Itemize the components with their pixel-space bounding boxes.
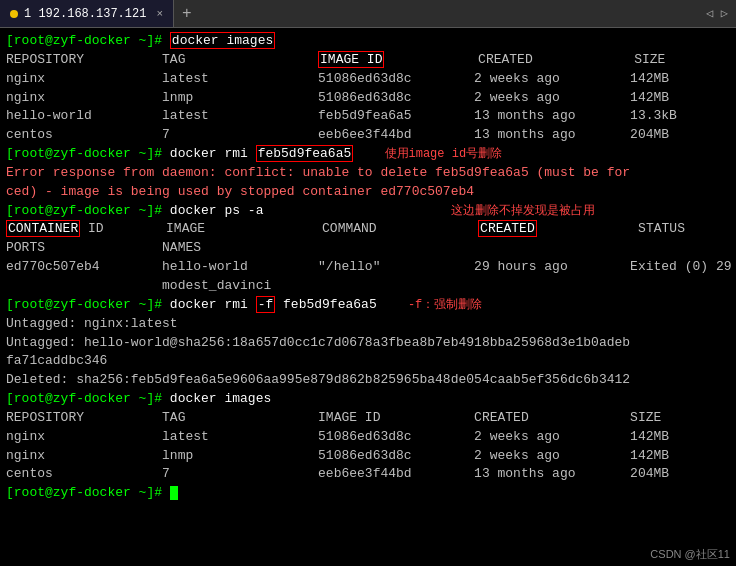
image-id-highlight: feb5d9fea6a5 <box>256 145 354 162</box>
terminal-body: [root@zyf-docker ~]# docker images REPOS… <box>0 28 736 566</box>
output-line: Untagged: nginx:latest <box>6 315 730 334</box>
tab-bar: 1 192.168.137.121 × + ◁ ▷ <box>0 0 736 28</box>
table-row: centos 7 eeb6ee3f44bd 13 months ago 204M… <box>6 126 730 145</box>
tab-title: 1 192.168.137.121 <box>24 7 146 21</box>
nav-arrows[interactable]: ◁ ▷ <box>706 6 736 21</box>
imageid-header: IMAGE ID <box>318 51 384 68</box>
table-row: centos 7 eeb6ee3f44bd 13 months ago 204M… <box>6 465 730 484</box>
table-row: nginx lnmp 51086ed63d8c 2 weeks ago 142M… <box>6 89 730 108</box>
terminal-line: [root@zyf-docker ~]# docker rmi -f feb5d… <box>6 296 730 315</box>
error-line: ced) - image is being used by stopped co… <box>6 183 730 202</box>
error-line: Error response from daemon: conflict: un… <box>6 164 730 183</box>
annotation-text: 使用image id号删除 <box>385 147 503 161</box>
created-header: CREATED <box>478 220 537 237</box>
terminal-line: [root@zyf-docker ~]# docker images <box>6 32 730 51</box>
terminal-line: [root@zyf-docker ~]# docker rmi feb5d9fe… <box>6 145 730 164</box>
prompt: [root@zyf-docker ~]# <box>6 485 170 500</box>
tab-indicator <box>10 10 18 18</box>
command-text: feb5d9fea6a5 <box>275 297 376 312</box>
output-line: Deleted: sha256:feb5d9fea6a5e9606aa995e8… <box>6 371 730 390</box>
table-row: nginx lnmp 51086ed63d8c 2 weeks ago 142M… <box>6 447 730 466</box>
table-row: nginx latest 51086ed63d8c 2 weeks ago 14… <box>6 70 730 89</box>
terminal-line: [root@zyf-docker ~]# docker ps -a 这边删除不掉… <box>6 202 730 221</box>
cursor <box>170 486 178 500</box>
table-row: hello-world latest feb5d9fea6a5 13 month… <box>6 107 730 126</box>
table-header: CONTAINER ID IMAGE COMMAND CREATED STATU… <box>6 220 730 239</box>
table-header: PORTS NAMES <box>6 239 730 258</box>
command-text: docker rmi <box>170 146 256 161</box>
active-tab[interactable]: 1 192.168.137.121 × <box>0 0 174 27</box>
command-text: docker images <box>170 391 271 406</box>
annotation-flag: -f：强制删除 <box>408 298 482 312</box>
terminal-prompt-end: [root@zyf-docker ~]# <box>6 484 730 503</box>
tab-add-button[interactable]: + <box>174 5 200 23</box>
prompt: [root@zyf-docker ~]# <box>6 203 170 218</box>
prompt: [root@zyf-docker ~]# <box>6 297 170 312</box>
prompt: [root@zyf-docker ~]# <box>6 146 170 161</box>
command-highlight: docker images <box>170 32 275 49</box>
prompt: [root@zyf-docker ~]# <box>6 391 170 406</box>
container-header: CONTAINER <box>6 220 80 237</box>
table-row: ed770c507eb4 hello-world "/hello" 29 hou… <box>6 258 730 277</box>
output-line: fa71caddbc346 <box>6 352 730 371</box>
command-text: docker ps -a <box>170 203 264 218</box>
prompt: [root@zyf-docker ~]# <box>6 33 170 48</box>
output-line: Untagged: hello-world@sha256:18a657d0cc1… <box>6 334 730 353</box>
watermark: CSDN @社区11 <box>650 547 730 562</box>
flag-highlight: -f <box>256 296 276 313</box>
table-row: modest_davinci <box>6 277 730 296</box>
tab-close-button[interactable]: × <box>156 8 163 20</box>
annotation-text: 这边删除不掉发现是被占用 <box>451 204 595 218</box>
table-header: REPOSITORY TAG IMAGE ID CREATED SIZE <box>6 409 730 428</box>
table-header: REPOSITORY TAG IMAGE ID CREATED SIZE <box>6 51 730 70</box>
terminal-line: [root@zyf-docker ~]# docker images <box>6 390 730 409</box>
command-text: docker rmi <box>170 297 256 312</box>
table-row: nginx latest 51086ed63d8c 2 weeks ago 14… <box>6 428 730 447</box>
